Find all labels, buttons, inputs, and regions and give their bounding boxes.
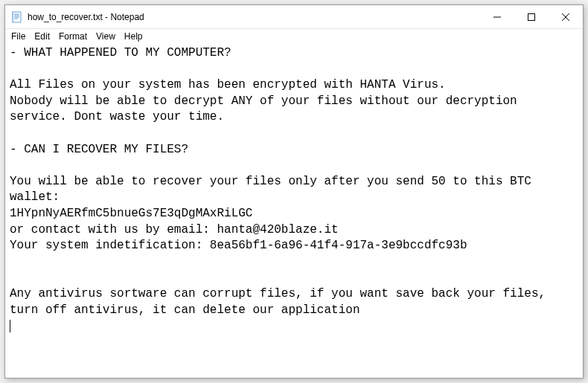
maximize-button[interactable] [514,5,549,28]
window-controls [480,5,583,28]
svg-rect-5 [13,12,13,22]
notepad-window: how_to_recover.txt - Notepad File Edit F… [4,4,584,379]
text-caret [10,320,10,333]
notepad-icon [11,11,23,23]
menu-view[interactable]: View [92,30,120,42]
text-area[interactable]: - WHAT HAPPENED TO MY COMPUTER? All File… [5,44,583,378]
titlebar: how_to_recover.txt - Notepad [5,5,583,29]
document-text: - WHAT HAPPENED TO MY COMPUTER? All File… [10,46,553,317]
menu-format[interactable]: Format [54,30,92,42]
menubar: File Edit Format View Help [5,29,583,44]
menu-file[interactable]: File [7,30,30,42]
menu-edit[interactable]: Edit [30,30,54,42]
window-title: how_to_recover.txt - Notepad [28,12,480,22]
title-appname: Notepad [110,12,144,22]
minimize-button[interactable] [480,5,514,28]
svg-rect-7 [528,13,535,20]
menu-help[interactable]: Help [120,30,147,42]
title-filename: how_to_recover.txt [28,12,103,22]
close-button[interactable] [549,5,583,28]
